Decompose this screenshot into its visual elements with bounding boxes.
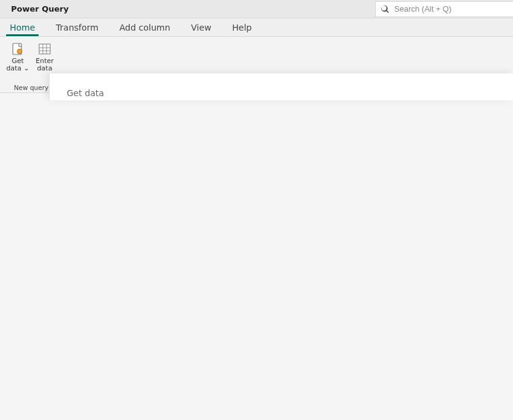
tab-transform[interactable]: Transform [52, 20, 102, 36]
tab-view[interactable]: View [187, 20, 215, 36]
tab-help[interactable]: Help [228, 20, 255, 36]
title-bar: Power Query [0, 0, 513, 18]
ribbon-group-label: New query [14, 84, 49, 91]
enter-data-label: Enter data [36, 58, 54, 72]
app-title: Power Query [11, 4, 69, 13]
get-data-icon [10, 42, 25, 56]
enter-data-button[interactable]: Enter data [32, 40, 58, 72]
tab-add-column[interactable]: Add column [116, 20, 174, 36]
tab-home[interactable]: Home [6, 20, 39, 36]
svg-point-1 [17, 49, 22, 54]
search-icon [381, 5, 389, 13]
enter-data-icon [37, 42, 52, 56]
search-box[interactable] [375, 1, 513, 17]
ribbon: Get data ⌄ Enter data New query Get data… [0, 37, 513, 93]
search-input[interactable] [393, 4, 503, 14]
get-data-button[interactable]: Get data ⌄ [5, 40, 31, 72]
ribbon-tabs: Home Transform Add column View Help [0, 18, 513, 37]
get-data-panel: Get data Connect to data source Azure Bl… [49, 73, 513, 100]
breadcrumb: Get data [67, 88, 496, 98]
svg-rect-2 [39, 44, 50, 54]
get-data-label: Get data ⌄ [6, 58, 29, 72]
